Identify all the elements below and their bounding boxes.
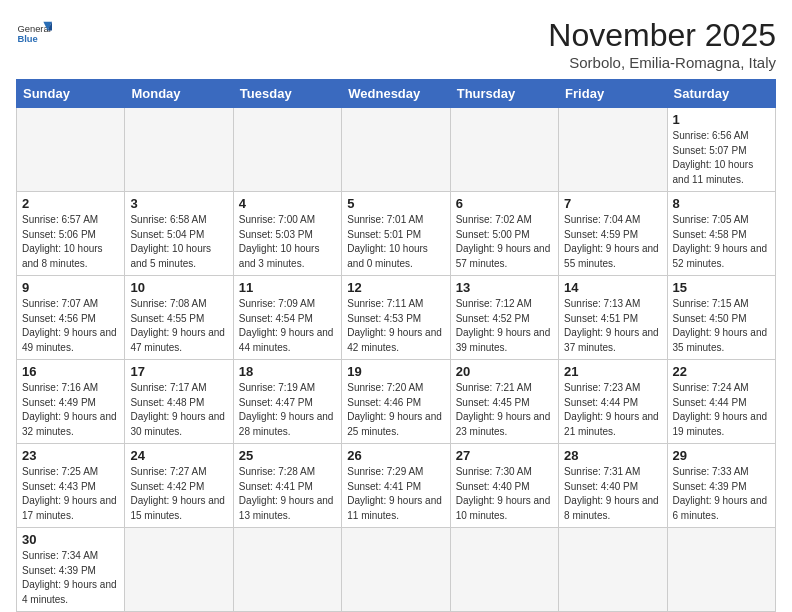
day-info: Sunrise: 7:13 AM Sunset: 4:51 PM Dayligh… (564, 297, 661, 355)
calendar-cell: 10Sunrise: 7:08 AM Sunset: 4:55 PM Dayli… (125, 276, 233, 360)
calendar-cell: 19Sunrise: 7:20 AM Sunset: 4:46 PM Dayli… (342, 360, 450, 444)
calendar-cell: 22Sunrise: 7:24 AM Sunset: 4:44 PM Dayli… (667, 360, 775, 444)
day-info: Sunrise: 7:17 AM Sunset: 4:48 PM Dayligh… (130, 381, 227, 439)
calendar-header-tuesday: Tuesday (233, 80, 341, 108)
day-number: 7 (564, 196, 661, 211)
calendar-cell: 25Sunrise: 7:28 AM Sunset: 4:41 PM Dayli… (233, 444, 341, 528)
calendar-header-thursday: Thursday (450, 80, 558, 108)
day-number: 19 (347, 364, 444, 379)
svg-text:Blue: Blue (17, 34, 37, 44)
day-number: 28 (564, 448, 661, 463)
day-info: Sunrise: 7:16 AM Sunset: 4:49 PM Dayligh… (22, 381, 119, 439)
logo: General Blue (16, 16, 52, 52)
calendar-cell (17, 108, 125, 192)
day-number: 3 (130, 196, 227, 211)
calendar-cell: 24Sunrise: 7:27 AM Sunset: 4:42 PM Dayli… (125, 444, 233, 528)
title-block: November 2025 Sorbolo, Emilia-Romagna, I… (548, 16, 776, 71)
calendar-cell: 2Sunrise: 6:57 AM Sunset: 5:06 PM Daylig… (17, 192, 125, 276)
day-number: 22 (673, 364, 770, 379)
calendar-cell (233, 528, 341, 612)
calendar-week-1: 1Sunrise: 6:56 AM Sunset: 5:07 PM Daylig… (17, 108, 776, 192)
day-info: Sunrise: 7:19 AM Sunset: 4:47 PM Dayligh… (239, 381, 336, 439)
calendar-cell: 3Sunrise: 6:58 AM Sunset: 5:04 PM Daylig… (125, 192, 233, 276)
header: General Blue November 2025 Sorbolo, Emil… (16, 16, 776, 71)
calendar-cell: 29Sunrise: 7:33 AM Sunset: 4:39 PM Dayli… (667, 444, 775, 528)
day-number: 17 (130, 364, 227, 379)
day-info: Sunrise: 7:25 AM Sunset: 4:43 PM Dayligh… (22, 465, 119, 523)
calendar-cell (667, 528, 775, 612)
calendar-cell: 17Sunrise: 7:17 AM Sunset: 4:48 PM Dayli… (125, 360, 233, 444)
calendar-cell (559, 528, 667, 612)
calendar-cell (233, 108, 341, 192)
calendar-week-6: 30Sunrise: 7:34 AM Sunset: 4:39 PM Dayli… (17, 528, 776, 612)
calendar-cell: 1Sunrise: 6:56 AM Sunset: 5:07 PM Daylig… (667, 108, 775, 192)
day-number: 25 (239, 448, 336, 463)
day-number: 16 (22, 364, 119, 379)
calendar-header-friday: Friday (559, 80, 667, 108)
calendar-cell: 20Sunrise: 7:21 AM Sunset: 4:45 PM Dayli… (450, 360, 558, 444)
day-info: Sunrise: 7:20 AM Sunset: 4:46 PM Dayligh… (347, 381, 444, 439)
day-info: Sunrise: 7:01 AM Sunset: 5:01 PM Dayligh… (347, 213, 444, 271)
calendar-week-2: 2Sunrise: 6:57 AM Sunset: 5:06 PM Daylig… (17, 192, 776, 276)
calendar-cell: 4Sunrise: 7:00 AM Sunset: 5:03 PM Daylig… (233, 192, 341, 276)
calendar-cell (450, 528, 558, 612)
day-number: 9 (22, 280, 119, 295)
calendar-cell: 9Sunrise: 7:07 AM Sunset: 4:56 PM Daylig… (17, 276, 125, 360)
day-info: Sunrise: 7:31 AM Sunset: 4:40 PM Dayligh… (564, 465, 661, 523)
day-info: Sunrise: 7:21 AM Sunset: 4:45 PM Dayligh… (456, 381, 553, 439)
main-title: November 2025 (548, 16, 776, 54)
calendar-cell: 8Sunrise: 7:05 AM Sunset: 4:58 PM Daylig… (667, 192, 775, 276)
calendar-header-wednesday: Wednesday (342, 80, 450, 108)
day-number: 27 (456, 448, 553, 463)
day-info: Sunrise: 7:34 AM Sunset: 4:39 PM Dayligh… (22, 549, 119, 607)
calendar-cell: 7Sunrise: 7:04 AM Sunset: 4:59 PM Daylig… (559, 192, 667, 276)
calendar-header-sunday: Sunday (17, 80, 125, 108)
day-info: Sunrise: 6:57 AM Sunset: 5:06 PM Dayligh… (22, 213, 119, 271)
day-number: 29 (673, 448, 770, 463)
calendar-cell: 28Sunrise: 7:31 AM Sunset: 4:40 PM Dayli… (559, 444, 667, 528)
day-info: Sunrise: 7:23 AM Sunset: 4:44 PM Dayligh… (564, 381, 661, 439)
day-number: 12 (347, 280, 444, 295)
day-number: 24 (130, 448, 227, 463)
day-info: Sunrise: 7:04 AM Sunset: 4:59 PM Dayligh… (564, 213, 661, 271)
day-info: Sunrise: 7:02 AM Sunset: 5:00 PM Dayligh… (456, 213, 553, 271)
day-info: Sunrise: 6:58 AM Sunset: 5:04 PM Dayligh… (130, 213, 227, 271)
day-info: Sunrise: 7:29 AM Sunset: 4:41 PM Dayligh… (347, 465, 444, 523)
calendar-cell: 27Sunrise: 7:30 AM Sunset: 4:40 PM Dayli… (450, 444, 558, 528)
day-info: Sunrise: 7:08 AM Sunset: 4:55 PM Dayligh… (130, 297, 227, 355)
day-number: 18 (239, 364, 336, 379)
day-number: 15 (673, 280, 770, 295)
day-info: Sunrise: 7:24 AM Sunset: 4:44 PM Dayligh… (673, 381, 770, 439)
page: General Blue November 2025 Sorbolo, Emil… (0, 0, 792, 612)
calendar-cell: 12Sunrise: 7:11 AM Sunset: 4:53 PM Dayli… (342, 276, 450, 360)
day-info: Sunrise: 7:28 AM Sunset: 4:41 PM Dayligh… (239, 465, 336, 523)
calendar-cell (125, 528, 233, 612)
day-info: Sunrise: 7:12 AM Sunset: 4:52 PM Dayligh… (456, 297, 553, 355)
day-info: Sunrise: 7:09 AM Sunset: 4:54 PM Dayligh… (239, 297, 336, 355)
day-info: Sunrise: 7:30 AM Sunset: 4:40 PM Dayligh… (456, 465, 553, 523)
day-number: 23 (22, 448, 119, 463)
calendar-cell: 15Sunrise: 7:15 AM Sunset: 4:50 PM Dayli… (667, 276, 775, 360)
calendar-week-5: 23Sunrise: 7:25 AM Sunset: 4:43 PM Dayli… (17, 444, 776, 528)
calendar-cell (342, 108, 450, 192)
calendar-cell: 11Sunrise: 7:09 AM Sunset: 4:54 PM Dayli… (233, 276, 341, 360)
calendar-cell: 18Sunrise: 7:19 AM Sunset: 4:47 PM Dayli… (233, 360, 341, 444)
day-info: Sunrise: 7:27 AM Sunset: 4:42 PM Dayligh… (130, 465, 227, 523)
calendar-cell: 14Sunrise: 7:13 AM Sunset: 4:51 PM Dayli… (559, 276, 667, 360)
calendar-cell (450, 108, 558, 192)
calendar-header-row: SundayMondayTuesdayWednesdayThursdayFrid… (17, 80, 776, 108)
day-number: 11 (239, 280, 336, 295)
subtitle: Sorbolo, Emilia-Romagna, Italy (548, 54, 776, 71)
day-number: 13 (456, 280, 553, 295)
day-number: 26 (347, 448, 444, 463)
day-info: Sunrise: 7:15 AM Sunset: 4:50 PM Dayligh… (673, 297, 770, 355)
calendar-cell: 30Sunrise: 7:34 AM Sunset: 4:39 PM Dayli… (17, 528, 125, 612)
calendar-cell (342, 528, 450, 612)
calendar-cell: 6Sunrise: 7:02 AM Sunset: 5:00 PM Daylig… (450, 192, 558, 276)
calendar-week-3: 9Sunrise: 7:07 AM Sunset: 4:56 PM Daylig… (17, 276, 776, 360)
calendar-header-monday: Monday (125, 80, 233, 108)
calendar-cell: 5Sunrise: 7:01 AM Sunset: 5:01 PM Daylig… (342, 192, 450, 276)
calendar-cell (559, 108, 667, 192)
day-number: 20 (456, 364, 553, 379)
day-number: 14 (564, 280, 661, 295)
